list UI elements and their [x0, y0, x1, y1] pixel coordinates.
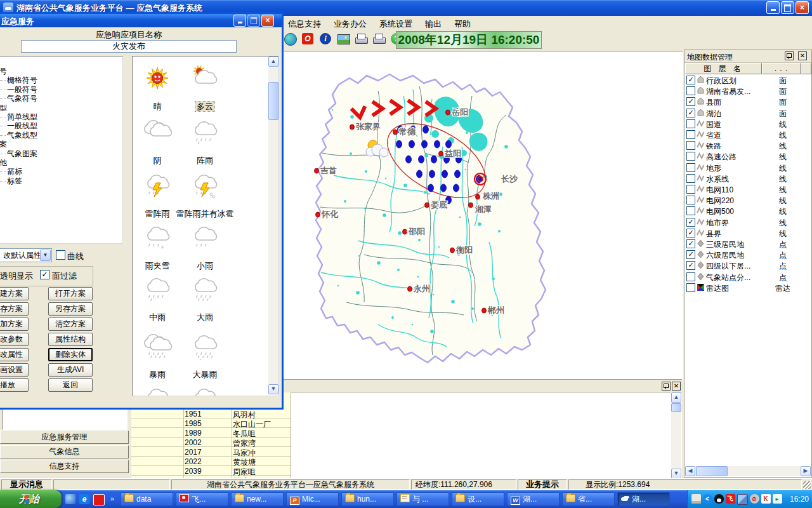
- table-row[interactable]: 2022黄坡塘: [131, 457, 291, 466]
- quick-launch-e-icon[interactable]: e: [79, 494, 89, 504]
- minimize-button[interactable]: [766, 1, 780, 14]
- layer-checkbox[interactable]: [686, 119, 695, 128]
- button-属性结构[interactable]: 属性结构: [48, 333, 93, 346]
- table-row[interactable]: 1985水口山一厂: [131, 418, 291, 428]
- menu-item-业务办公[interactable]: 业务办公: [327, 16, 373, 30]
- image-icon[interactable]: [337, 32, 351, 46]
- layer-checkbox[interactable]: ✓: [686, 261, 695, 270]
- button-改参数[interactable]: 改参数: [0, 333, 29, 346]
- close-button[interactable]: ×: [796, 1, 809, 14]
- quick-launch-more-icon[interactable]: »: [110, 495, 114, 502]
- symbol-label-阵雨[interactable]: 阵雨: [164, 155, 246, 166]
- tray-keyboard-icon[interactable]: [691, 494, 701, 504]
- button-画设置[interactable]: 画设置: [0, 363, 29, 377]
- layer-checkbox[interactable]: [686, 272, 695, 281]
- layer-row-县界[interactable]: ✓县界线: [684, 227, 811, 238]
- layer-checkbox[interactable]: ✓: [686, 250, 695, 259]
- layer-row-地形[interactable]: 地形线: [684, 162, 811, 173]
- button-清空方案[interactable]: 清空方案: [48, 318, 93, 331]
- menu-item-帮助[interactable]: 帮助: [448, 16, 477, 30]
- layer-checkbox[interactable]: [686, 174, 695, 183]
- layer-row-六级居民地[interactable]: ✓六级居民地点: [684, 249, 811, 260]
- layer-checkbox[interactable]: ✓: [686, 109, 695, 117]
- table-row[interactable]: 1951凤羽村: [131, 409, 291, 418]
- symbol-label-多云[interactable]: 多云: [164, 101, 246, 112]
- default-attr-dropdown[interactable]: 改默认属性 ▼: [0, 248, 52, 262]
- close-icon[interactable]: ✕: [672, 382, 681, 391]
- tray-qq-penguin-icon[interactable]: [714, 494, 724, 504]
- layer-row-湖南省易发...[interactable]: 湖南省易发...面: [684, 85, 811, 96]
- symbol-icon-cloud-rain-med[interactable]: [143, 276, 172, 303]
- button-播放[interactable]: 播放: [0, 378, 29, 392]
- layer-row-电网110[interactable]: 电网110线: [684, 184, 811, 194]
- symbol-icon-cloud-rain-snow[interactable]: ✳: [143, 225, 172, 251]
- layer-row-铁路[interactable]: 铁路线: [684, 140, 811, 150]
- tray-red-app-icon[interactable]: 飞: [726, 494, 735, 504]
- tray-blocked-icon[interactable]: ⊘: [750, 494, 759, 504]
- symbol-icon-cloud-lightning[interactable]: [143, 173, 172, 199]
- symbol-icon-cloud-lightning-hail[interactable]: [190, 173, 219, 199]
- project-name-input[interactable]: 火灾发布: [21, 40, 237, 53]
- taskbar-task-data[interactable]: data: [121, 492, 173, 506]
- layer-row-省道[interactable]: 省道线: [684, 129, 811, 140]
- quick-launch-red-app-icon[interactable]: [93, 494, 105, 505]
- symbol-icon-cloud-storm-heavy[interactable]: [190, 333, 219, 360]
- face-filter-checkbox[interactable]: ✓: [40, 270, 49, 279]
- layer-row-县面[interactable]: ✓县面面: [684, 96, 811, 107]
- table-row[interactable]: 2002曾家湾: [131, 438, 291, 447]
- chevron-down-icon[interactable]: ▼: [40, 250, 51, 261]
- symbol-label-大暴雨[interactable]: 大暴雨: [164, 369, 246, 380]
- tray-network-icon[interactable]: [737, 494, 748, 505]
- table-row[interactable]: 2039周家咀: [131, 466, 291, 476]
- menu-item-输出[interactable]: 输出: [419, 16, 448, 30]
- layer-checkbox[interactable]: [686, 206, 695, 215]
- printer-icon[interactable]: [355, 32, 369, 46]
- tree-leaf-标签[interactable]: 标签: [0, 176, 22, 187]
- sidebar-button-气象信息[interactable]: 气象信息: [0, 445, 129, 458]
- taskbar-task-湖...[interactable]: W湖...: [507, 492, 560, 506]
- layer-row-行政区划[interactable]: ✓行政区划面: [684, 74, 811, 85]
- taskbar-task-省...[interactable]: 省...: [562, 492, 615, 506]
- dialog-restore-button[interactable]: [247, 15, 260, 27]
- layer-checkbox[interactable]: ✓: [686, 76, 695, 84]
- symbol-tree[interactable]: 符号栅格符号一般符号气象符号线型简单线型一般线型气象线型图案气象图案其他箭标标签: [0, 56, 123, 244]
- layer-checkbox[interactable]: [686, 152, 695, 161]
- symbol-list-scrollbar[interactable]: ▲ ▼: [268, 57, 278, 394]
- tray-chart-icon[interactable]: ▸: [773, 494, 782, 504]
- symbol-icon-sun[interactable]: [143, 65, 172, 92]
- layer-checkbox[interactable]: [686, 130, 695, 139]
- restore-button[interactable]: [781, 1, 794, 14]
- layer-row-高速公路[interactable]: 高速公路线: [684, 150, 811, 161]
- layer-panel-hscrollbar[interactable]: ◀ ▶: [685, 466, 811, 476]
- taskbar-task-飞...[interactable]: 飞...: [176, 492, 228, 506]
- layer-row-四级以下居...[interactable]: ✓四级以下居...点: [684, 260, 811, 271]
- globe-icon[interactable]: [284, 32, 298, 46]
- stop-icon[interactable]: O: [301, 32, 315, 46]
- info-icon[interactable]: i: [319, 32, 333, 46]
- column-cut[interactable]: [801, 63, 811, 74]
- layer-row-雷达图[interactable]: 雷达图雷达: [684, 282, 811, 293]
- button-改属性[interactable]: 改属性: [0, 348, 29, 361]
- map-panel[interactable]: 岳阳张家界常德益阳吉首长沙株洲湘潭娄底怀化邵阳衡阳永州郴州: [282, 51, 683, 380]
- layer-row-地市界[interactable]: ✓地市界线: [684, 217, 811, 227]
- tray-kaspersky-icon[interactable]: K: [761, 494, 771, 504]
- column-layer-name[interactable]: 图 层 名: [685, 63, 762, 74]
- button-另存方案[interactable]: 另存方案: [48, 302, 93, 316]
- layer-row-水系线[interactable]: 水系线线: [684, 173, 811, 184]
- column-type[interactable]: . . .: [762, 63, 801, 74]
- sidebar-button-应急服务管理[interactable]: 应急服务管理: [0, 431, 129, 444]
- layer-row-湖泊[interactable]: ✓湖泊面: [684, 107, 811, 118]
- menu-item-系统设置[interactable]: 系统设置: [373, 16, 419, 30]
- layer-row-电网500[interactable]: 电网500线: [684, 205, 811, 216]
- taskbar-task-Mic...[interactable]: PMic...: [286, 492, 339, 506]
- sidebar-listbox[interactable]: [2, 408, 128, 430]
- bottom-panel-vscrollbar[interactable]: ▲ ▼: [671, 392, 681, 479]
- symbol-label-小雨[interactable]: 小雨: [164, 260, 246, 272]
- button-生成AVI[interactable]: 生成AVI: [48, 363, 93, 377]
- layer-checkbox[interactable]: [686, 185, 695, 194]
- weather-symbol-list[interactable]: 晴多云阴阵雨雷阵雨雷阵雨并有冰雹✳雨夹雪小雨中雨大雨暴雨大暴雨 ▲ ▼: [132, 56, 279, 396]
- taskbar-task-new...[interactable]: new...: [231, 492, 284, 506]
- dialog-minimize-button[interactable]: [233, 15, 246, 27]
- symbol-icon-cloud-drizzle[interactable]: [190, 225, 219, 251]
- button-返回[interactable]: 返回: [48, 378, 93, 392]
